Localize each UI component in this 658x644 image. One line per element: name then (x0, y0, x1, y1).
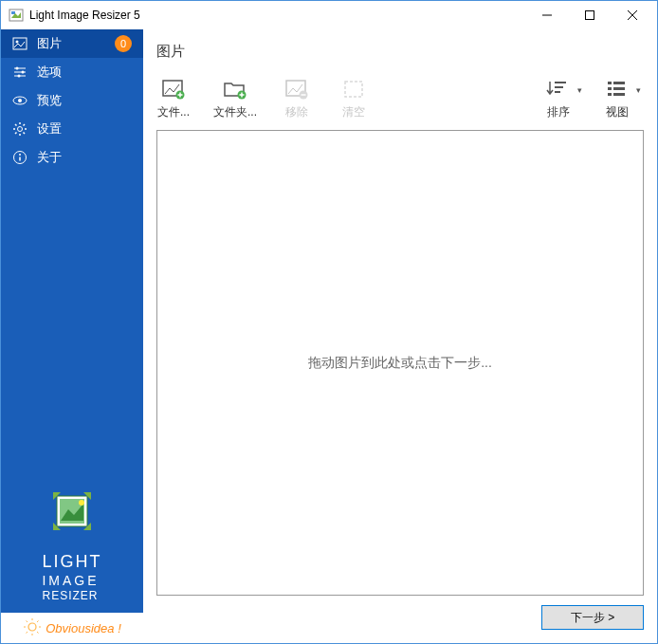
sidebar-item-label: 关于 (37, 149, 132, 166)
app-icon (9, 8, 24, 23)
sidebar-item-about[interactable]: 关于 (1, 143, 143, 172)
sidebar-nav: 图片 0 选项 预览 设置 关于 (1, 29, 143, 473)
sidebar-item-label: 选项 (37, 64, 132, 81)
titlebar: Light Image Resizer 5 (1, 1, 657, 29)
svg-rect-51 (613, 87, 625, 90)
svg-point-16 (18, 99, 22, 102)
drop-zone[interactable]: 拖动图片到此处或点击下一步... (156, 130, 644, 596)
vendor-label: Obviousidea ! (46, 621, 121, 635)
tool-label: 排序 (547, 104, 570, 120)
tool-label: 移除 (285, 104, 308, 120)
sidebar-item-options[interactable]: 选项 (1, 58, 143, 86)
sidebar-item-settings[interactable]: 设置 (1, 115, 143, 143)
list-view-icon (604, 78, 631, 101)
svg-rect-48 (608, 82, 612, 84)
svg-rect-49 (613, 82, 625, 84)
add-file-button[interactable]: 文件... (156, 78, 191, 120)
sliders-icon (12, 64, 27, 80)
svg-point-12 (16, 67, 19, 70)
image-remove-icon (283, 78, 310, 101)
chevron-down-icon: ▾ (636, 85, 644, 95)
sidebar-item-images[interactable]: 图片 0 (1, 29, 143, 58)
tool-label: 文件... (157, 104, 190, 120)
add-folder-button[interactable]: 文件夹... (213, 78, 257, 120)
next-button[interactable]: 下一步 > (541, 605, 644, 630)
svg-line-31 (37, 621, 39, 623)
svg-rect-53 (613, 93, 625, 96)
vendor-link[interactable]: Obviousidea ! (1, 613, 143, 643)
sort-dropdown[interactable]: 排序 ▾ (541, 78, 585, 120)
chevron-down-icon: ▾ (577, 85, 585, 95)
lightbulb-icon (23, 618, 42, 637)
gear-icon (12, 121, 27, 137)
svg-rect-44 (345, 82, 362, 97)
svg-point-8 (16, 41, 19, 44)
folder-add-icon (222, 78, 248, 101)
count-badge: 0 (115, 35, 132, 52)
svg-point-19 (19, 154, 21, 156)
tool-label: 清空 (342, 104, 365, 120)
sidebar-item-label: 设置 (37, 120, 132, 138)
clear-icon (340, 78, 367, 101)
svg-rect-52 (608, 93, 612, 96)
svg-rect-4 (585, 11, 594, 20)
svg-rect-7 (13, 38, 27, 49)
svg-point-13 (22, 71, 25, 74)
svg-point-25 (28, 623, 36, 631)
remove-button: 移除 (280, 78, 314, 120)
minimize-button[interactable] (525, 2, 568, 28)
info-icon (12, 150, 27, 165)
svg-point-17 (18, 127, 23, 132)
clear-button: 清空 (337, 78, 371, 120)
sidebar: 图片 0 选项 预览 设置 关于 (1, 29, 143, 643)
sidebar-item-preview[interactable]: 预览 (1, 86, 143, 115)
file-add-icon (160, 78, 187, 101)
window-title: Light Image Resizer 5 (29, 9, 525, 22)
app-logo: LIGHT IMAGE RESIZER (1, 473, 143, 613)
svg-point-14 (18, 75, 21, 78)
svg-point-24 (79, 500, 84, 506)
tool-label: 文件夹... (213, 104, 257, 120)
svg-line-30 (27, 621, 28, 623)
maximize-button[interactable] (568, 2, 611, 28)
sidebar-item-label: 图片 (37, 35, 115, 52)
bottom-bar: 下一步 > (156, 601, 644, 634)
image-icon (12, 36, 27, 51)
eye-icon (12, 93, 27, 108)
sort-icon (545, 78, 572, 101)
close-button[interactable] (611, 2, 653, 28)
tool-label: 视图 (606, 104, 629, 120)
main-panel: 图片 文件... 文件夹... 移除 清空 (143, 29, 657, 643)
svg-line-33 (37, 632, 39, 634)
drop-zone-hint: 拖动图片到此处或点击下一步... (308, 355, 492, 372)
sidebar-item-label: 预览 (37, 92, 132, 109)
page-title: 图片 (156, 43, 644, 61)
toolbar: 文件... 文件夹... 移除 清空 (156, 78, 644, 120)
svg-rect-1 (11, 11, 15, 14)
view-dropdown[interactable]: 视图 ▾ (600, 78, 644, 120)
app-logo-image (44, 483, 101, 540)
svg-line-32 (27, 632, 28, 634)
window-controls (525, 2, 653, 28)
svg-rect-50 (608, 87, 612, 90)
app-logo-text: LIGHT IMAGE RESIZER (42, 551, 101, 603)
